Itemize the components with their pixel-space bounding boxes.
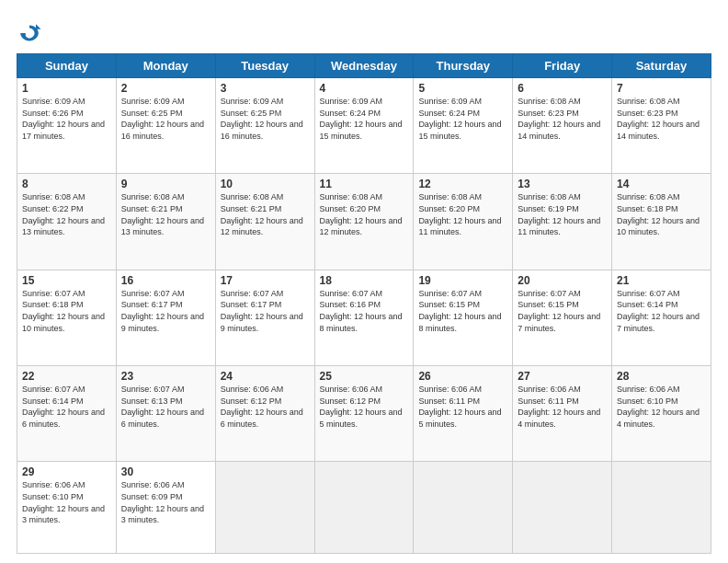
calendar-table: Sunday Monday Tuesday Wednesday Thursday…	[17, 53, 711, 554]
table-row	[513, 462, 612, 554]
table-row: 10Sunrise: 6:08 AMSunset: 6:21 PMDayligh…	[215, 174, 314, 270]
table-row: 18Sunrise: 6:07 AMSunset: 6:16 PMDayligh…	[314, 270, 414, 365]
table-row: 24Sunrise: 6:06 AMSunset: 6:12 PMDayligh…	[215, 366, 314, 462]
col-tuesday: Tuesday	[215, 54, 314, 78]
table-row	[314, 462, 414, 554]
page: Sunday Monday Tuesday Wednesday Thursday…	[0, 0, 728, 563]
table-row: 11Sunrise: 6:08 AMSunset: 6:20 PMDayligh…	[314, 174, 414, 270]
general-blue-logo-icon	[17, 20, 42, 46]
table-row: 20Sunrise: 6:07 AMSunset: 6:15 PMDayligh…	[513, 270, 612, 365]
col-sunday: Sunday	[17, 54, 117, 78]
table-row: 16Sunrise: 6:07 AMSunset: 6:17 PMDayligh…	[116, 270, 215, 365]
table-row: 25Sunrise: 6:06 AMSunset: 6:12 PMDayligh…	[314, 366, 414, 462]
col-thursday: Thursday	[414, 54, 513, 78]
table-row: 2Sunrise: 6:09 AMSunset: 6:25 PMDaylight…	[116, 78, 215, 174]
table-row: 23Sunrise: 6:07 AMSunset: 6:13 PMDayligh…	[116, 366, 215, 462]
table-row: 27Sunrise: 6:06 AMSunset: 6:11 PMDayligh…	[513, 366, 612, 462]
table-row: 3Sunrise: 6:09 AMSunset: 6:25 PMDaylight…	[215, 78, 314, 174]
table-row: 17Sunrise: 6:07 AMSunset: 6:17 PMDayligh…	[215, 270, 314, 365]
table-row: 30Sunrise: 6:06 AMSunset: 6:09 PMDayligh…	[116, 462, 215, 554]
table-row: 14Sunrise: 6:08 AMSunset: 6:18 PMDayligh…	[612, 174, 711, 270]
table-row: 22Sunrise: 6:07 AMSunset: 6:14 PMDayligh…	[17, 366, 117, 462]
table-row	[612, 462, 711, 554]
table-row: 26Sunrise: 6:06 AMSunset: 6:11 PMDayligh…	[414, 366, 513, 462]
table-row: 4Sunrise: 6:09 AMSunset: 6:24 PMDaylight…	[314, 78, 414, 174]
calendar-week-5: 29Sunrise: 6:06 AMSunset: 6:10 PMDayligh…	[17, 462, 711, 554]
calendar-header-row: Sunday Monday Tuesday Wednesday Thursday…	[17, 54, 711, 78]
table-row: 29Sunrise: 6:06 AMSunset: 6:10 PMDayligh…	[17, 462, 117, 554]
table-row: 19Sunrise: 6:07 AMSunset: 6:15 PMDayligh…	[414, 270, 513, 365]
calendar-week-2: 8Sunrise: 6:08 AMSunset: 6:22 PMDaylight…	[17, 174, 711, 270]
table-row: 12Sunrise: 6:08 AMSunset: 6:20 PMDayligh…	[414, 174, 513, 270]
header	[17, 17, 711, 46]
table-row: 5Sunrise: 6:09 AMSunset: 6:24 PMDaylight…	[414, 78, 513, 174]
col-saturday: Saturday	[612, 54, 711, 78]
table-row	[215, 462, 314, 554]
table-row: 8Sunrise: 6:08 AMSunset: 6:22 PMDaylight…	[17, 174, 117, 270]
calendar-week-1: 1Sunrise: 6:09 AMSunset: 6:26 PMDaylight…	[17, 78, 711, 174]
table-row: 9Sunrise: 6:08 AMSunset: 6:21 PMDaylight…	[116, 174, 215, 270]
table-row	[414, 462, 513, 554]
table-row: 21Sunrise: 6:07 AMSunset: 6:14 PMDayligh…	[612, 270, 711, 365]
col-friday: Friday	[513, 54, 612, 78]
table-row: 7Sunrise: 6:08 AMSunset: 6:23 PMDaylight…	[612, 78, 711, 174]
calendar-week-3: 15Sunrise: 6:07 AMSunset: 6:18 PMDayligh…	[17, 270, 711, 365]
col-wednesday: Wednesday	[314, 54, 414, 78]
table-row: 1Sunrise: 6:09 AMSunset: 6:26 PMDaylight…	[17, 78, 117, 174]
table-row: 28Sunrise: 6:06 AMSunset: 6:10 PMDayligh…	[612, 366, 711, 462]
calendar-week-4: 22Sunrise: 6:07 AMSunset: 6:14 PMDayligh…	[17, 366, 711, 462]
logo	[17, 20, 46, 46]
table-row: 13Sunrise: 6:08 AMSunset: 6:19 PMDayligh…	[513, 174, 612, 270]
table-row: 6Sunrise: 6:08 AMSunset: 6:23 PMDaylight…	[513, 78, 612, 174]
col-monday: Monday	[116, 54, 215, 78]
table-row: 15Sunrise: 6:07 AMSunset: 6:18 PMDayligh…	[17, 270, 117, 365]
